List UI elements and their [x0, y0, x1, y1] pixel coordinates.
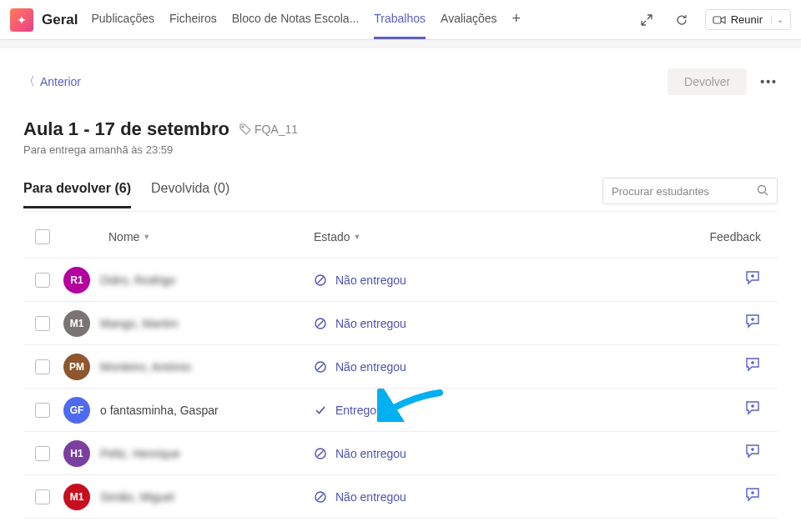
not-turned-in-icon — [314, 447, 327, 460]
student-name-cell: GF o fantasminha, Gaspar — [63, 397, 314, 424]
subtab-returned[interactable]: Devolvida (0) — [151, 181, 229, 208]
status-cell: Não entregou — [314, 447, 614, 460]
status-cell: Não entregou — [314, 317, 614, 330]
search-icon — [757, 184, 768, 198]
check-icon — [314, 404, 327, 417]
tag-label: FQA_11 — [254, 123, 298, 136]
return-button[interactable]: Devolver — [668, 68, 747, 95]
tab-files[interactable]: Ficheiros — [169, 0, 217, 39]
add-feedback-icon[interactable] — [744, 356, 761, 377]
tab-notebook[interactable]: Bloco de Notas Escola... — [232, 0, 360, 39]
avatar: GF — [63, 397, 90, 424]
back-link[interactable]: 〈 Anterior — [23, 74, 81, 89]
assignment-page: 〈 Anterior Devolver ••• Aula 1 - 17 de s… — [0, 48, 801, 532]
search-input[interactable] — [612, 185, 757, 198]
sort-caret-icon: ▼ — [143, 233, 150, 241]
topbar-right: Reunir ⌄ — [635, 8, 791, 32]
status-label: Entregou — [335, 404, 383, 417]
student-name: Didro, Rodrigo — [100, 274, 175, 287]
table-row[interactable]: GF o fantasminha, Gaspar Entregou — [23, 389, 778, 432]
expand-icon[interactable] — [635, 8, 658, 32]
student-name: o fantasminha, Gaspar — [100, 404, 219, 417]
not-turned-in-icon — [314, 317, 327, 330]
avatar: H1 — [63, 440, 90, 467]
add-feedback-icon[interactable] — [744, 399, 761, 420]
tab-add[interactable]: + — [512, 0, 521, 39]
status-label: Não entregou — [335, 447, 406, 460]
col-feedback: Feedback — [614, 230, 778, 243]
row-checkbox[interactable] — [35, 316, 50, 331]
students-table: Nome▼ Estado▼ Feedback R1 Didro, Rodrigo… — [23, 215, 778, 519]
svg-point-2 — [758, 185, 766, 193]
channel-name: Geral — [42, 12, 78, 28]
avatar: M1 — [63, 310, 90, 337]
tag-icon — [239, 123, 251, 135]
meet-button[interactable]: Reunir ⌄ — [705, 9, 791, 30]
not-turned-in-icon — [314, 360, 327, 374]
add-feedback-icon[interactable] — [744, 269, 761, 290]
due-text: Para entrega amanhã às 23:59 — [23, 143, 778, 156]
feedback-cell — [614, 269, 778, 290]
row-checkbox[interactable] — [35, 403, 50, 418]
title-row: Aula 1 - 17 de setembro FQA_11 — [23, 118, 778, 140]
row-checkbox[interactable] — [35, 359, 50, 374]
student-name-cell: PM Monteiro, António — [63, 354, 314, 380]
status-cell: Não entregou — [314, 490, 614, 504]
status-label: Não entregou — [335, 274, 406, 287]
svg-point-1 — [242, 126, 244, 128]
not-turned-in-icon — [314, 274, 327, 287]
more-button[interactable]: ••• — [760, 75, 778, 88]
subtabs: Para devolver (6) Devolvida (0) — [23, 181, 229, 208]
status-label: Não entregou — [335, 317, 406, 330]
select-all-checkbox[interactable] — [35, 229, 50, 244]
category-tag[interactable]: FQA_11 — [239, 123, 298, 136]
status-cell: Não entregou — [314, 360, 614, 374]
table-row[interactable]: R1 Didro, Rodrigo Não entregou — [23, 258, 778, 302]
table-row[interactable]: M1 Mango, Martim Não entregou — [23, 302, 778, 345]
student-name-cell: R1 Didro, Rodrigo — [63, 267, 314, 294]
status-cell: Não entregou — [314, 274, 614, 287]
status-label: Não entregou — [335, 360, 406, 374]
page-header: 〈 Anterior Devolver ••• — [23, 68, 778, 95]
student-name-cell: M1 Mango, Martim — [63, 310, 314, 337]
col-state[interactable]: Estado▼ — [314, 230, 614, 243]
student-name-cell: M1 Simão, Miguel — [63, 484, 314, 510]
chevron-left-icon: 〈 — [23, 74, 35, 89]
col-name[interactable]: Nome▼ — [63, 230, 314, 243]
search-students[interactable] — [602, 178, 778, 204]
refresh-icon[interactable] — [670, 8, 693, 32]
subtab-to-return[interactable]: Para devolver (6) — [23, 181, 131, 208]
topbar-tabs: Publicações Ficheiros Bloco de Notas Esc… — [91, 0, 521, 39]
camera-icon — [713, 15, 726, 25]
table-row[interactable]: H1 Peltz, Henrique Não entregou — [23, 432, 778, 475]
tab-grades[interactable]: Avaliações — [441, 0, 496, 39]
table-row[interactable]: M1 Simão, Miguel Não entregou — [23, 475, 778, 519]
student-name: Monteiro, António — [100, 360, 191, 374]
avatar: PM — [63, 354, 90, 380]
student-name: Mango, Martim — [100, 317, 178, 330]
add-feedback-icon[interactable] — [744, 486, 761, 507]
avatar: R1 — [63, 267, 90, 294]
student-name: Peltz, Henrique — [100, 447, 180, 460]
feedback-cell — [614, 313, 778, 334]
row-checkbox[interactable] — [35, 273, 50, 288]
tab-posts[interactable]: Publicações — [91, 0, 154, 39]
status-cell: Entregou — [314, 404, 614, 417]
add-feedback-icon[interactable] — [744, 313, 761, 334]
chevron-down-icon: ⌄ — [771, 15, 783, 24]
topbar: ✦ Geral Publicações Ficheiros Bloco de N… — [0, 0, 801, 40]
row-checkbox[interactable] — [35, 446, 50, 461]
feedback-cell — [614, 443, 778, 464]
row-checkbox[interactable] — [35, 489, 50, 504]
table-row[interactable]: PM Monteiro, António Não entregou — [23, 345, 778, 389]
table-header: Nome▼ Estado▼ Feedback — [23, 215, 778, 258]
status-label: Não entregou — [335, 490, 406, 504]
feedback-cell — [614, 356, 778, 377]
student-name-cell: H1 Peltz, Henrique — [63, 440, 314, 467]
svg-rect-0 — [713, 17, 721, 23]
feedback-cell — [614, 399, 778, 420]
page-actions: Devolver ••• — [668, 68, 778, 95]
tab-assignments[interactable]: Trabalhos — [374, 0, 426, 39]
add-feedback-icon[interactable] — [744, 443, 761, 464]
back-label: Anterior — [40, 75, 81, 88]
